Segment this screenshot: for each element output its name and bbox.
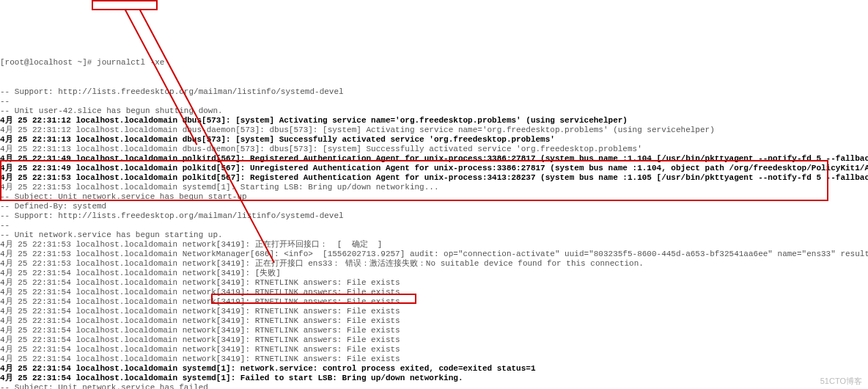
log-line: 4月 25 22:31:53 localhost.localdomain net… bbox=[0, 240, 868, 250]
log-line: 4月 25 22:31:54 localhost.localdomain net… bbox=[0, 297, 868, 307]
log-line: 4月 25 22:31:54 localhost.localdomain net… bbox=[0, 335, 868, 345]
log-line: 4月 25 22:31:54 localhost.localdomain net… bbox=[0, 288, 868, 297]
log-line: 4月 25 22:31:54 localhost.localdomain net… bbox=[0, 278, 868, 288]
log-line: 4月 25 22:31:12 localhost.localdomain dbu… bbox=[0, 116, 868, 126]
log-line: -- Subject: Unit network.service has beg… bbox=[0, 192, 868, 202]
log-line: 4月 25 22:31:54 localhost.localdomain net… bbox=[0, 316, 868, 326]
log-line: 4月 25 22:31:13 localhost.localdomain dbu… bbox=[0, 135, 868, 145]
log-line: 4月 25 22:31:54 localhost.localdomain net… bbox=[0, 326, 868, 335]
shell-prompt: [root@localhost ~]# bbox=[0, 58, 97, 67]
log-line: 4月 25 22:31:54 localhost.localdomain net… bbox=[0, 345, 868, 355]
annotation-box-command bbox=[92, 0, 158, 10]
log-line: -- bbox=[0, 97, 868, 106]
log-line: 4月 25 22:31:54 localhost.localdomain sys… bbox=[0, 374, 868, 383]
log-line: -- Support: http://lists.freedesktop.org… bbox=[0, 87, 868, 97]
log-line: 4月 25 22:31:53 localhost.localdomain pol… bbox=[0, 173, 868, 183]
log-line: -- bbox=[0, 221, 868, 230]
log-line: 4月 25 22:31:54 localhost.localdomain sys… bbox=[0, 364, 868, 374]
prompt-line: [root@localhost ~]# journalctl -xe bbox=[0, 58, 868, 68]
log-line: 4月 25 22:31:49 localhost.localdomain pol… bbox=[0, 164, 868, 173]
log-line: 4月 25 22:31:49 localhost.localdomain pol… bbox=[0, 154, 868, 164]
log-line: -- Unit user-42.slice has begun shutting… bbox=[0, 106, 868, 116]
log-line: -- Unit network.service has begun starti… bbox=[0, 230, 868, 240]
log-line: 4月 25 22:31:12 localhost.localdomain dbu… bbox=[0, 126, 868, 135]
command-text: journalctl -xe bbox=[97, 58, 164, 67]
log-line: 4月 25 22:31:53 localhost.localdomain net… bbox=[0, 259, 868, 269]
log-line: 4月 25 22:31:53 localhost.localdomain sys… bbox=[0, 183, 868, 192]
log-line: 4月 25 22:31:54 localhost.localdomain net… bbox=[0, 355, 868, 364]
log-line: -- Subject: Unit network.service has fai… bbox=[0, 383, 868, 390]
log-line: 4月 25 22:31:54 localhost.localdomain net… bbox=[0, 269, 868, 278]
log-line: 4月 25 22:31:54 localhost.localdomain net… bbox=[0, 307, 868, 316]
log-line: 4月 25 22:31:53 localhost.localdomain Net… bbox=[0, 250, 868, 259]
log-line: -- Defined-By: systemd bbox=[0, 202, 868, 211]
log-lines: -- Support: http://lists.freedesktop.org… bbox=[0, 87, 868, 390]
terminal-output[interactable]: [root@localhost ~]# journalctl -xe -- Su… bbox=[0, 39, 868, 389]
log-line: -- Support: http://lists.freedesktop.org… bbox=[0, 211, 868, 221]
watermark: 51CTO博客 bbox=[820, 377, 862, 386]
log-line: 4月 25 22:31:13 localhost.localdomain dbu… bbox=[0, 145, 868, 154]
